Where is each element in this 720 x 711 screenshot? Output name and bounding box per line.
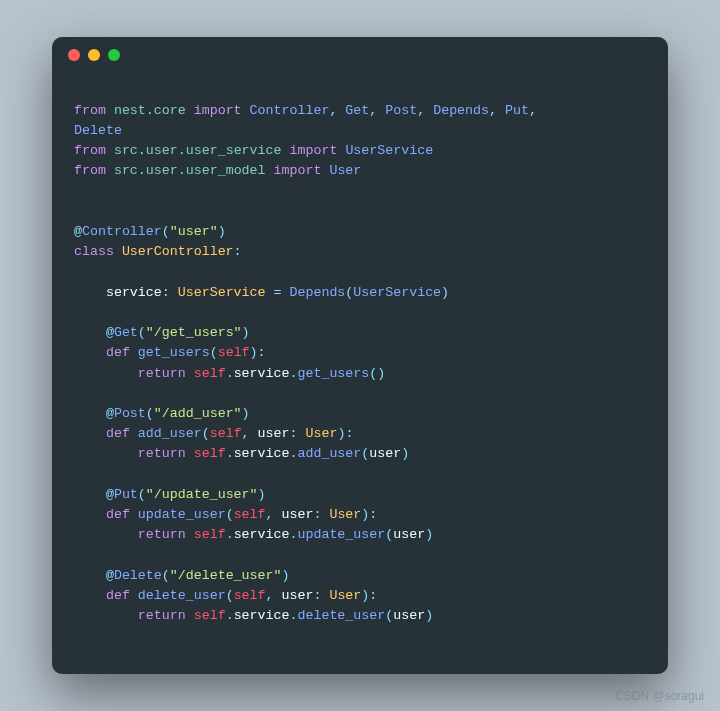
code-token — [497, 103, 505, 118]
code-token: update_user — [297, 527, 385, 542]
code-token: User — [329, 163, 361, 178]
code-token: from — [74, 103, 106, 118]
code-token: delete_user — [138, 588, 226, 603]
code-token: "user" — [170, 224, 218, 239]
code-token: return — [138, 608, 186, 623]
code-token: . — [146, 103, 154, 118]
minimize-icon[interactable] — [88, 49, 100, 61]
code-token: service — [234, 527, 290, 542]
close-icon[interactable] — [68, 49, 80, 61]
code-token — [74, 345, 106, 360]
code-token: self — [194, 366, 226, 381]
code-token: ( — [162, 224, 170, 239]
code-token: "/get_users" — [146, 325, 242, 340]
code-token: UserService — [345, 143, 433, 158]
code-token: from — [74, 163, 106, 178]
code-token: : — [234, 244, 242, 259]
code-token: def — [106, 426, 130, 441]
code-token — [74, 446, 138, 461]
code-line — [74, 384, 646, 404]
code-token: ) — [377, 366, 385, 381]
code-token: self — [194, 446, 226, 461]
code-line: @Delete("/delete_user") — [74, 566, 646, 586]
code-line: def get_users(self): — [74, 343, 646, 363]
code-line: Delete — [74, 121, 646, 141]
code-token: = — [274, 285, 282, 300]
code-token: Controller — [82, 224, 162, 239]
code-token: ) — [425, 608, 433, 623]
code-token: User — [329, 588, 361, 603]
code-token: . — [226, 608, 234, 623]
watermark: CSDN @soragui — [615, 689, 704, 703]
code-token: update_user — [138, 507, 226, 522]
code-token — [186, 608, 194, 623]
code-token: import — [274, 163, 322, 178]
code-token: ) — [258, 487, 266, 502]
code-token — [106, 143, 114, 158]
code-token: Controller — [250, 103, 330, 118]
code-token: import — [290, 143, 338, 158]
code-line: return self.service.update_user(user) — [74, 525, 646, 545]
code-token — [266, 285, 274, 300]
code-token — [274, 588, 282, 603]
code-token: @ — [106, 325, 114, 340]
code-token: "/add_user" — [154, 406, 242, 421]
code-line: class UserController: — [74, 242, 646, 262]
code-token: return — [138, 366, 186, 381]
code-token: def — [106, 507, 130, 522]
code-token — [74, 568, 106, 583]
code-token: ( — [146, 406, 154, 421]
code-token: add_user — [138, 426, 202, 441]
code-token — [186, 527, 194, 542]
code-line — [74, 303, 646, 323]
code-token — [425, 103, 433, 118]
code-token: from — [74, 143, 106, 158]
code-token: user — [282, 507, 314, 522]
code-token: . — [178, 143, 186, 158]
code-token: return — [138, 527, 186, 542]
code-token: def — [106, 345, 130, 360]
code-token: self — [234, 588, 266, 603]
code-token — [74, 588, 106, 603]
code-line: @Put("/update_user") — [74, 485, 646, 505]
code-line: def delete_user(self, user: User): — [74, 586, 646, 606]
code-token: Depends — [433, 103, 489, 118]
code-token: ) — [282, 568, 290, 583]
code-token — [186, 366, 194, 381]
code-token: user — [282, 588, 314, 603]
code-token: User — [329, 507, 361, 522]
code-token: , — [242, 426, 250, 441]
code-token: service — [234, 608, 290, 623]
code-line — [74, 465, 646, 485]
code-token: ( — [226, 588, 234, 603]
code-token — [186, 446, 194, 461]
code-token: nest — [114, 103, 146, 118]
code-token: . — [226, 446, 234, 461]
code-line — [74, 202, 646, 222]
code-line: from src.user.user_model import User — [74, 161, 646, 181]
maximize-icon[interactable] — [108, 49, 120, 61]
code-token: ) — [242, 325, 250, 340]
code-token — [74, 608, 138, 623]
code-line: return self.service.delete_user(user) — [74, 606, 646, 626]
code-token: @ — [106, 406, 114, 421]
code-token — [74, 487, 106, 502]
code-token — [106, 163, 114, 178]
code-token: self — [194, 527, 226, 542]
code-token — [130, 426, 138, 441]
code-token: Delete — [114, 568, 162, 583]
code-line: def update_user(self, user: User): — [74, 505, 646, 525]
code-token: , — [417, 103, 425, 118]
code-token — [74, 426, 106, 441]
code-token: src — [114, 143, 138, 158]
code-token: Delete — [74, 123, 122, 138]
code-token: Put — [114, 487, 138, 502]
code-line: @Get("/get_users") — [74, 323, 646, 343]
code-token — [74, 366, 138, 381]
code-token: def — [106, 588, 130, 603]
code-content: from nest.core import Controller, Get, P… — [52, 73, 668, 675]
code-token — [282, 143, 290, 158]
code-token — [106, 103, 114, 118]
code-token — [250, 426, 258, 441]
code-token: self — [194, 608, 226, 623]
